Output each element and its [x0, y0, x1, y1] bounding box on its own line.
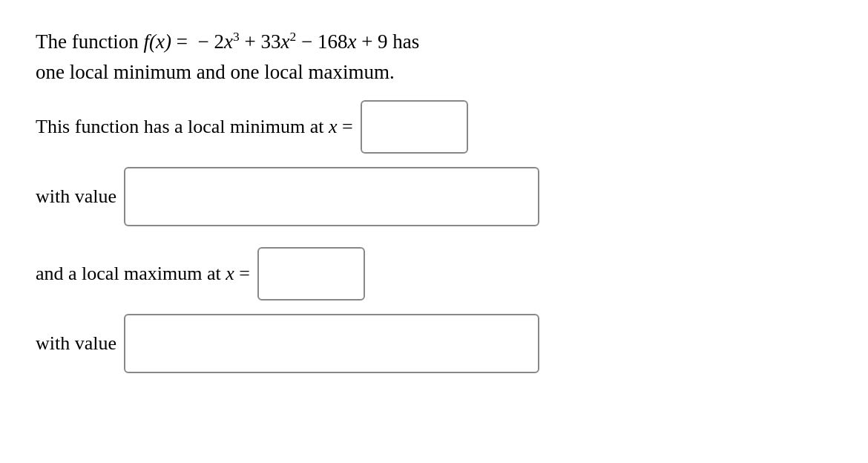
with-value-min-label: with value [36, 185, 116, 208]
local-maximum-row: and a local maximum at x = [36, 247, 832, 301]
function-notation: f(x) [143, 30, 171, 53]
with-value-min-row: with value [36, 167, 832, 226]
local-maximum-value-input[interactable] [124, 314, 539, 373]
local-maximum-label: and a local maximum at x = [36, 263, 250, 285]
local-minimum-label: This function has a local minimum at x = [36, 116, 353, 138]
equation-line1: The function f(x) = − 2x3 + 33x2 − 168x … [36, 27, 832, 57]
intro-text-1: The function [36, 30, 143, 53]
local-minimum-row: This function has a local minimum at x = [36, 100, 832, 154]
local-minimum-x-input[interactable] [361, 100, 468, 154]
with-value-max-label: with value [36, 332, 116, 355]
equation-line2: one local minimum and one local maximum. [36, 57, 832, 88]
local-minimum-value-input[interactable] [124, 167, 539, 226]
local-maximum-x-input[interactable] [257, 247, 365, 301]
equals-sign: = − 2x3 + 33x2 − 168x + 9 has [171, 30, 419, 53]
problem-statement: The function f(x) = − 2x3 + 33x2 − 168x … [36, 27, 832, 87]
page-container: The function f(x) = − 2x3 + 33x2 − 168x … [0, 0, 868, 400]
with-value-max-row: with value [36, 314, 832, 373]
